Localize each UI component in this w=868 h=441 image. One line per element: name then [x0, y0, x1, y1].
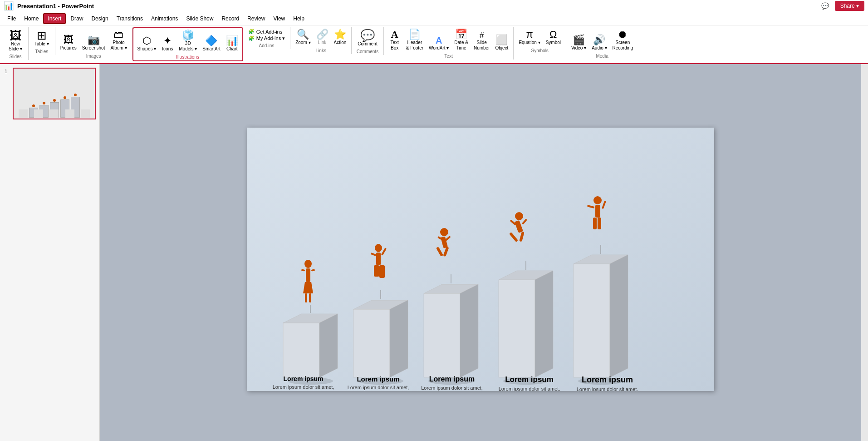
- object-button[interactable]: ⬜ Object: [493, 34, 510, 52]
- menu-draw[interactable]: Draw: [67, 14, 87, 23]
- illustrations-group-label: Illustrations: [176, 55, 199, 59]
- photo-album-button[interactable]: 🗃 PhotoAlbum ▾: [108, 28, 129, 52]
- links-buttons: 🔍 Zoom ▾ 🔗 Link ⭐ Action: [293, 28, 348, 47]
- menu-design[interactable]: Design: [88, 14, 112, 23]
- textbox-button[interactable]: A TextBox: [387, 28, 403, 52]
- menu-help[interactable]: Help: [289, 14, 308, 23]
- date-time-button[interactable]: 📅 Date &Time: [452, 28, 471, 52]
- header-footer-button[interactable]: 📄 Header& Footer: [404, 28, 426, 52]
- svg-marker-35: [499, 280, 535, 377]
- action-button[interactable]: ⭐ Action: [332, 28, 349, 47]
- symbols-group-label: Symbols: [531, 48, 549, 53]
- svg-rect-9: [305, 293, 307, 302]
- share-button[interactable]: Share ▾: [835, 1, 864, 11]
- video-icon: 🎬: [573, 35, 585, 45]
- symbol-button[interactable]: Ω Symbol: [544, 28, 563, 47]
- photo-album-label: PhotoAlbum ▾: [110, 40, 127, 51]
- comment-button[interactable]: 💬 Comment: [354, 28, 380, 48]
- comment-icon-btn[interactable]: 💬: [819, 1, 831, 11]
- get-addins-button[interactable]: 🧩 Get Add-ins: [246, 28, 287, 35]
- addins-stacked: 🧩 Get Add-ins 🧩 My Add-ins ▾: [246, 28, 287, 42]
- svg-point-18: [375, 244, 382, 252]
- svg-rect-19: [376, 253, 381, 265]
- pictures-icon: 🖼: [64, 35, 74, 45]
- illustrations-buttons: ⬡ Shapes ▾ ✦ Icons 🧊 3DModels ▾ 🔷 SmartA…: [135, 29, 240, 53]
- comments-group-label: Comments: [357, 49, 378, 54]
- new-slide-button[interactable]: 🖼 NewSlide ▾: [5, 28, 25, 53]
- textbox-label: TextBox: [391, 40, 399, 51]
- screen-recording-button[interactable]: ⏺ ScreenRecording: [610, 28, 636, 52]
- menu-transitions[interactable]: Transitions: [113, 14, 147, 23]
- svg-marker-1: [283, 323, 319, 377]
- photo-album-icon: 🗃: [113, 30, 123, 40]
- new-slide-label: NewSlide ▾: [9, 41, 22, 51]
- zoom-button[interactable]: 🔍 Zoom ▾: [293, 28, 313, 47]
- links-group-label: Links: [316, 48, 326, 53]
- svg-rect-53: [593, 218, 597, 229]
- menu-slideshow[interactable]: Slide Show: [182, 14, 217, 23]
- screen-recording-label: ScreenRecording: [613, 40, 633, 51]
- menu-view[interactable]: View: [270, 14, 289, 23]
- equation-icon: π: [526, 30, 533, 40]
- slide-canvas[interactable]: Lorem ipsum Lorem ipsum dolor sit amet, …: [247, 128, 714, 391]
- object-icon: ⬜: [495, 35, 508, 45]
- link-button[interactable]: 🔗 Link: [314, 28, 331, 47]
- text-buttons: A TextBox 📄 Header& Footer A WordArt ▾ 📅…: [387, 28, 511, 52]
- link-icon: 🔗: [316, 30, 329, 40]
- menu-record[interactable]: Record: [218, 14, 243, 23]
- svg-marker-13: [353, 309, 390, 377]
- pictures-button[interactable]: 🖼 Pictures: [58, 34, 79, 52]
- smartart-button[interactable]: 🔷 SmartArt: [200, 35, 222, 53]
- svg-marker-46: [574, 264, 610, 377]
- table-button[interactable]: ⊞ Table ▾: [31, 28, 52, 48]
- menu-review[interactable]: Review: [244, 14, 269, 23]
- audio-button[interactable]: 🔊 Audio ▾: [589, 34, 609, 52]
- shapes-button[interactable]: ⬡ Shapes ▾: [135, 35, 159, 53]
- ribbon-group-media: 🎬 Video ▾ 🔊 Audio ▾ ⏺ ScreenRecording Me…: [566, 27, 638, 59]
- chart-icon: 📊: [226, 36, 238, 46]
- header-footer-label: Header& Footer: [406, 40, 423, 51]
- ribbon-group-slides: 🖼 NewSlide ▾ Slides: [3, 27, 29, 60]
- slide-number-button[interactable]: # SlideNumber: [471, 30, 492, 52]
- screenshot-button[interactable]: 📷 Screenshot: [80, 34, 108, 52]
- menu-file[interactable]: File: [4, 14, 20, 23]
- action-label: Action: [334, 40, 347, 45]
- 3d-models-button[interactable]: 🧊 3DModels ▾: [177, 29, 199, 53]
- slide-panel: 1: [0, 64, 100, 441]
- video-label: Video ▾: [571, 45, 586, 51]
- menu-home[interactable]: Home: [20, 14, 42, 23]
- icons-button[interactable]: ✦ Icons: [159, 35, 176, 53]
- date-time-label: Date &Time: [454, 40, 468, 51]
- text-group-label: Text: [444, 54, 452, 59]
- equation-label: Equation ▾: [519, 40, 540, 45]
- screen-recording-icon: ⏺: [618, 30, 628, 40]
- smartart-icon: 🔷: [205, 36, 217, 46]
- video-button[interactable]: 🎬 Video ▾: [569, 34, 588, 52]
- svg-rect-54: [598, 218, 601, 229]
- equation-button[interactable]: π Equation ▾: [516, 28, 542, 47]
- get-addins-label: Get Add-ins: [256, 29, 282, 35]
- wordart-button[interactable]: A WordArt ▾: [427, 35, 451, 52]
- symbols-buttons: π Equation ▾ Ω Symbol: [516, 28, 563, 47]
- smartart-label: SmartArt: [202, 46, 220, 52]
- header-footer-icon: 📄: [408, 30, 421, 40]
- audio-label: Audio ▾: [592, 45, 607, 51]
- chart-button[interactable]: 📊 Chart: [224, 35, 240, 53]
- infographic-svg: [247, 128, 714, 391]
- svg-marker-24: [424, 293, 460, 377]
- menu-insert[interactable]: Insert: [43, 13, 66, 24]
- powerpoint-icon: 📊: [4, 1, 14, 11]
- svg-point-29: [440, 228, 448, 236]
- menu-animations[interactable]: Animations: [147, 14, 181, 23]
- comment-icon: 💬: [360, 30, 375, 41]
- icons-icon: ✦: [163, 36, 172, 46]
- thumb-labels: [14, 109, 95, 118]
- thumb-label-4: [65, 109, 74, 118]
- svg-point-6: [304, 260, 312, 268]
- my-addins-label: My Add-ins ▾: [256, 35, 285, 41]
- my-addins-button[interactable]: 🧩 My Add-ins ▾: [246, 35, 287, 42]
- object-label: Object: [495, 45, 508, 51]
- slide-thumbnail[interactable]: [13, 68, 96, 119]
- wordart-label: WordArt ▾: [429, 45, 449, 51]
- ribbon-group-comments: 💬 Comment Comments: [352, 27, 383, 55]
